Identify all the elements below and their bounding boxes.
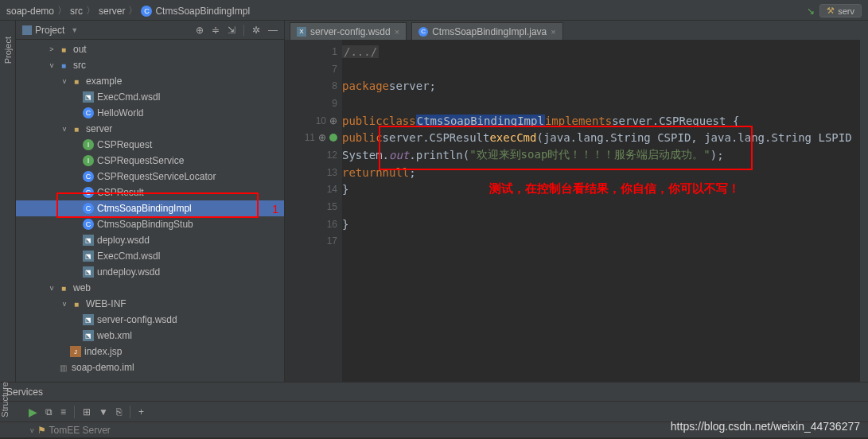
tree-item[interactable]: CCtmsSoapBindingImpl (16, 200, 284, 216)
gutter-line: 9 (285, 95, 342, 112)
chevron-down-icon: ▼ (71, 26, 78, 34)
hide-icon[interactable]: — (268, 25, 278, 36)
chevron-right-icon: 〉 (128, 4, 138, 17)
code-line[interactable]: public class CtmsSoapBindingImpl impleme… (342, 112, 868, 130)
chevron-down-icon: v (30, 426, 34, 434)
expand-icon[interactable]: ≑ (212, 25, 220, 36)
left-tool-rail: Project (0, 21, 16, 382)
gutter-line: 14 (285, 181, 342, 199)
tree-icon[interactable]: ⧉ (45, 406, 53, 418)
code-line[interactable] (342, 95, 868, 112)
project-panel: Project ▼ ⊕ ≑ ⇲ ✲ — 1 >■outv■srcv■exampl… (16, 21, 285, 382)
gutter-line: 10⊕ (285, 112, 342, 130)
code-line[interactable]: System.out.println("欢迎来到soap时代！！！！服务端启动成… (342, 146, 868, 164)
code-line[interactable]: /.../ (342, 43, 868, 60)
tree-item[interactable]: CCSPRequestServiceLocator (16, 169, 284, 185)
services-toolbar: ▶ ⧉ ≡ ⊞ ▼ ⎘ + (0, 401, 868, 422)
project-tool-label[interactable]: Project (3, 37, 13, 64)
editor-tabs: Xserver-config.wsdd×CCtmsSoapBindingImpl… (285, 21, 868, 40)
tree-item[interactable]: ⬔undeploy.wsdd (16, 264, 284, 280)
tree-item[interactable]: Jindex.jsp (16, 344, 284, 359)
code-line[interactable]: package server; (342, 77, 868, 95)
build-icon[interactable]: ↘ (807, 6, 815, 17)
gutter-line: 17 (285, 233, 342, 251)
add-icon[interactable]: + (138, 406, 144, 418)
code-line[interactable]: } (342, 216, 868, 233)
breadcrumb: soap-demo 〉 src 〉 server 〉 C CtmsSoapBin… (0, 2, 868, 21)
export-icon[interactable]: ⎘ (116, 406, 122, 418)
tree-item[interactable]: >■out (16, 41, 284, 57)
breadcrumb-item[interactable]: soap-demo (6, 6, 54, 17)
play-icon[interactable]: ▶ (29, 406, 37, 418)
gutter-line: 7 (285, 60, 342, 78)
tree-item[interactable]: ⬔deploy.wsdd (16, 232, 284, 248)
watermark: https://blog.csdn.net/weixin_44736277 (671, 420, 860, 433)
editor-tab[interactable]: CCtmsSoapBindingImpl.java× (411, 22, 563, 40)
gutter-line: 1 (285, 43, 342, 60)
code-line[interactable] (342, 233, 868, 251)
hammer-icon: ⚒ (827, 6, 835, 16)
tree-item[interactable]: ICSPRequest (16, 137, 284, 153)
editor-panel: Xserver-config.wsdd×CCtmsSoapBindingImpl… (285, 21, 868, 382)
gutter-line: 13 (285, 164, 342, 181)
tree-item[interactable]: v■src (16, 57, 284, 73)
tree-item[interactable]: v■WEB-INF (16, 296, 284, 312)
tree-item[interactable]: ICSPRequestService (16, 153, 284, 169)
run-config-button[interactable]: ⚒ serv (819, 4, 862, 17)
gutter-line: 12 (285, 146, 342, 164)
tree-item[interactable]: CHelloWorld (16, 105, 284, 121)
chevron-right-icon: 〉 (57, 4, 67, 17)
annotation-number: 1 (272, 202, 278, 216)
project-icon (22, 25, 32, 35)
project-tree[interactable]: 1 >■outv■srcv■example⬔ExecCmd.wsdlCHello… (16, 40, 284, 382)
tree-item[interactable]: ⬔server-config.wsdd (16, 312, 284, 328)
code-line[interactable] (342, 60, 868, 78)
breadcrumb-item[interactable]: server (99, 6, 125, 17)
gear-icon[interactable]: ✲ (252, 25, 260, 36)
editor-code[interactable]: 测试，在控制台看结果，你自信，你可以不写！ /.../package serve… (342, 40, 868, 382)
gutter-line: 16 (285, 216, 342, 233)
breadcrumb-item[interactable]: src (70, 6, 83, 17)
tree-item[interactable]: ▥soap-demo.iml (16, 359, 284, 375)
annotation-text: 测试，在控制台看结果，你自信，你可以不写！ (489, 181, 740, 196)
server-icon: ⚑ (37, 425, 46, 436)
stop-icon[interactable]: ≡ (60, 406, 66, 418)
tree-item[interactable]: CCtmsSoapBindingStub (16, 216, 284, 232)
locate-icon[interactable]: ⊕ (196, 25, 204, 36)
code-line[interactable] (342, 198, 868, 216)
tree-item[interactable]: ⬔web.xml (16, 328, 284, 344)
editor-gutter: 178910⊕11⊕121314151617 (285, 40, 342, 382)
project-panel-title[interactable]: Project ▼ (22, 25, 78, 36)
layout-icon[interactable]: ⊞ (83, 406, 91, 418)
filter-icon[interactable]: ▼ (99, 406, 108, 418)
gutter-line: 11⊕ (285, 129, 342, 146)
code-line[interactable]: return null; (342, 164, 868, 181)
tree-item[interactable]: v■server (16, 121, 284, 137)
chevron-right-icon: 〉 (86, 4, 95, 17)
tree-item[interactable]: ⬔ExecCmd.wsdl (16, 89, 284, 105)
gutter-line: 8 (285, 77, 342, 95)
editor-tab[interactable]: Xserver-config.wsdd× (290, 22, 407, 40)
breadcrumb-item[interactable]: CtmsSoapBindingImpl (155, 6, 250, 17)
gutter-line: 15 (285, 198, 342, 216)
structure-tool-label[interactable]: Structure (0, 382, 16, 418)
tree-item[interactable]: ⬔ExecCmd.wsdl (16, 248, 284, 264)
tree-item[interactable]: CCSPResult (16, 185, 284, 200)
class-icon: C (141, 6, 152, 17)
collapse-icon[interactable]: ⇲ (228, 25, 235, 36)
close-icon[interactable]: × (551, 27, 555, 37)
project-panel-header: Project ▼ ⊕ ≑ ⇲ ✲ — (16, 21, 284, 40)
code-line[interactable]: public server.CSPResult execCmd(java.lan… (342, 129, 868, 146)
close-icon[interactable]: × (395, 27, 399, 37)
services-panel-header[interactable]: Services (0, 382, 868, 401)
tree-item[interactable]: v■web (16, 280, 284, 296)
tree-item[interactable]: v■example (16, 73, 284, 89)
